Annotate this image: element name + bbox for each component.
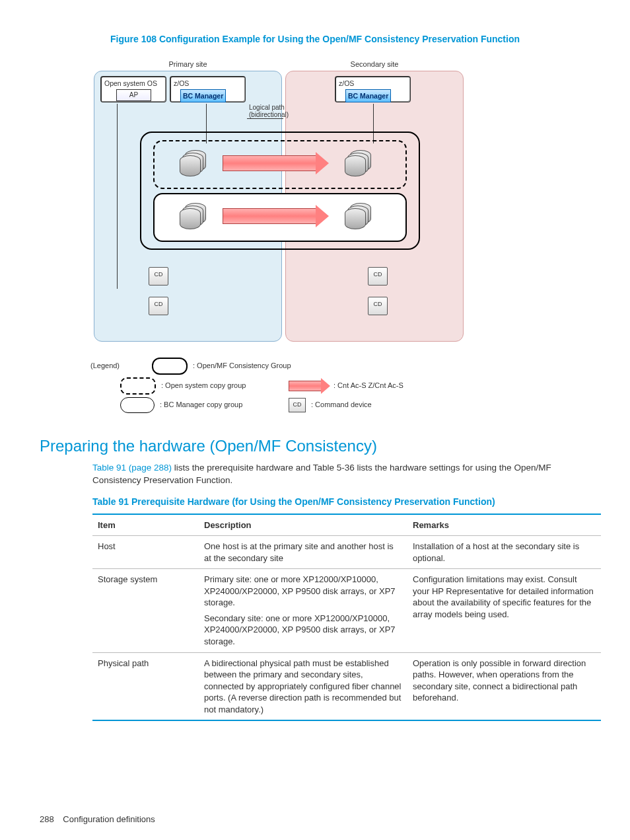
th-item: Item [92, 514, 199, 536]
diagram: Primary site Secondary site Open system … [90, 52, 540, 422]
secondary-zos-box: z/OS BC Manager [335, 76, 411, 102]
cell-remarks: Operation is only possible in forward di… [407, 652, 601, 720]
primary-zos-box: z/OS BC Manager [170, 76, 246, 102]
legend-cmd-label: : Command device [311, 400, 372, 410]
disk-icon [345, 150, 376, 175]
prerequisite-hardware-table: Item Description Remarks HostOne host is… [92, 514, 601, 722]
secondary-zos-label: z/OS [339, 79, 407, 88]
command-device-icon: CD [368, 267, 388, 286]
cell-item: Physical path [92, 652, 199, 720]
open-system-os-label: Open system OS [104, 79, 163, 88]
legend-title: (Legend) [90, 361, 122, 371]
table-row: HostOne host is at the primary site and … [92, 536, 601, 569]
cell-description: One host is at the primary site and anot… [199, 536, 407, 569]
legend-cnt-label: : Cnt Ac-S Z/Cnt Ac-S [333, 381, 403, 391]
page-number: 288 [40, 814, 54, 824]
legend-consistency-icon [152, 358, 188, 375]
secondary-bc-manager-badge: BC Manager [345, 89, 391, 102]
cell-description: Primary site: one or more XP12000/XP1000… [199, 569, 407, 652]
disk-icon [180, 203, 211, 228]
intro-paragraph: Table 91 (page 288) lists the prerequisi… [92, 462, 590, 486]
table-row: Physical pathA bidirectional physical pa… [92, 652, 601, 720]
replication-arrow-icon [223, 155, 316, 171]
command-device-icon: CD [149, 297, 168, 315]
legend: (Legend) : Open/MF Consistency Group : O… [90, 355, 540, 416]
primary-site-label: Primary site [94, 59, 281, 69]
th-remarks: Remarks [407, 514, 601, 536]
th-description: Description [199, 514, 407, 536]
legend-bc-copy-icon [120, 397, 155, 413]
legend-open-copy-label: : Open system copy group [161, 381, 246, 391]
secondary-site-label: Secondary site [286, 59, 463, 69]
command-device-icon: CD [368, 297, 388, 315]
cell-item: Host [92, 536, 199, 569]
primary-zos-label: z/OS [174, 79, 242, 88]
legend-consistency-label: : Open/MF Consistency Group [193, 361, 291, 371]
legend-arrow-icon [289, 381, 322, 391]
cell-remarks: Installation of a host at the secondary … [407, 536, 601, 569]
page-footer: 288 Configuration definitions [40, 814, 590, 825]
logical-path-label: Logical path (bidirectional) [249, 104, 289, 118]
table-91-link[interactable]: Table 91 (page 288) [92, 463, 172, 473]
footer-section: Configuration definitions [63, 814, 155, 824]
legend-bc-copy-label: : BC Manager copy group [160, 400, 242, 410]
ap-badge: AP [116, 89, 151, 101]
table-caption: Table 91 Prerequisite Hardware (for Usin… [92, 496, 590, 508]
section-heading: Preparing the hardware (Open/MF Consiste… [40, 436, 590, 457]
line-ap [117, 104, 118, 289]
legend-cd-icon: CD [289, 398, 306, 412]
table-row: Storage systemPrimary site: one or more … [92, 569, 601, 652]
cell-item: Storage system [92, 569, 199, 652]
replication-arrow-icon [223, 208, 316, 224]
open-system-os-box: Open system OS AP [100, 76, 166, 102]
disk-icon [345, 203, 376, 228]
diagram-wrap: Primary site Secondary site Open system … [90, 52, 540, 422]
legend-open-copy-icon [120, 377, 156, 395]
cell-remarks: Configuration limitations may exist. Con… [407, 569, 601, 652]
primary-bc-manager-badge: BC Manager [180, 89, 226, 102]
disk-icon [180, 150, 211, 175]
logical-path-line [247, 118, 283, 119]
figure-caption: Figure 108 Configuration Example for Usi… [40, 33, 590, 46]
cell-description: A bidirectional physical path must be es… [199, 652, 407, 720]
command-device-icon: CD [149, 267, 168, 286]
